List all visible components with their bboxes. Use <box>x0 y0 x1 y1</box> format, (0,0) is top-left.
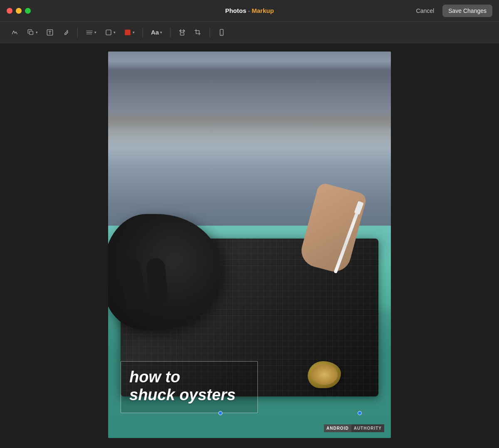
color-icon <box>124 29 131 36</box>
overlay-line1: how to <box>129 368 180 386</box>
flip-icon <box>178 29 186 36</box>
svg-rect-6 <box>125 30 131 35</box>
cancel-button[interactable]: Cancel <box>412 5 439 17</box>
svg-rect-5 <box>106 30 111 35</box>
line-style-chevron: ▾ <box>94 30 96 34</box>
photo-background: how to shuck oysters ANDROID AUTHORITY <box>108 52 391 438</box>
divider-2 <box>143 27 143 37</box>
divider-4 <box>210 27 210 37</box>
text-icon <box>46 29 54 36</box>
svg-rect-7 <box>180 32 184 35</box>
pen-icon <box>62 29 69 36</box>
markup-toolbar: ▾ ▾ ▾ ▾ <box>0 22 499 43</box>
title-separator: - <box>248 7 250 14</box>
font-label: Aa <box>151 29 159 36</box>
line-style-tool[interactable]: ▾ <box>83 27 99 38</box>
svg-rect-0 <box>30 31 33 34</box>
color-chevron: ▾ <box>133 30 135 34</box>
title-photos: Photos <box>225 7 246 14</box>
overlay-line2: shuck oysters <box>129 386 236 404</box>
oyster-shell <box>308 361 341 388</box>
glove-arm <box>108 214 220 330</box>
maximize-button[interactable] <box>25 8 31 14</box>
control-dot-bottom-right[interactable] <box>358 411 362 415</box>
watermark-authority: AUTHORITY <box>351 424 384 432</box>
flip-tool[interactable] <box>175 27 189 38</box>
save-changes-button[interactable]: Save Changes <box>442 5 492 17</box>
overlay-text-content: how to shuck oysters <box>129 368 249 404</box>
shapes-chevron: ▾ <box>36 30 38 34</box>
crop-tool[interactable] <box>191 27 205 38</box>
close-button[interactable] <box>7 8 12 14</box>
crop-icon <box>194 29 202 36</box>
titlebar-actions: Cancel Save Changes <box>412 5 492 17</box>
line-style-icon <box>86 29 93 36</box>
window-title: Photos - Markup <box>225 7 274 14</box>
shape-style-tool[interactable]: ▾ <box>102 27 119 38</box>
sketch-icon <box>11 29 19 36</box>
glove-fingers <box>108 258 214 350</box>
draw-tool[interactable] <box>59 27 72 38</box>
device-tool[interactable] <box>215 27 228 38</box>
shape-chevron: ▾ <box>114 30 116 34</box>
text-overlay-box[interactable]: how to shuck oysters <box>121 361 258 413</box>
watermark-android: ANDROID <box>324 424 351 432</box>
titlebar: Photos - Markup Cancel Save Changes <box>0 0 499 22</box>
photo-canvas[interactable]: how to shuck oysters ANDROID AUTHORITY <box>108 52 391 438</box>
svg-point-9 <box>222 34 222 34</box>
copy-icon <box>27 29 35 36</box>
window-controls <box>7 8 31 14</box>
divider-1 <box>77 27 78 37</box>
device-icon <box>218 29 225 36</box>
minimize-button[interactable] <box>16 8 22 14</box>
color-tool[interactable]: ▾ <box>121 27 138 38</box>
sketch-tool[interactable] <box>8 27 22 38</box>
text-tool[interactable] <box>43 27 57 38</box>
canvas-area: how to shuck oysters ANDROID AUTHORITY <box>0 43 499 448</box>
divider-3 <box>170 27 170 37</box>
control-dot-bottom-left[interactable] <box>218 411 222 415</box>
shapes-copy-tool[interactable]: ▾ <box>24 27 41 38</box>
font-chevron: ▾ <box>160 30 162 34</box>
shape-style-icon <box>105 29 112 36</box>
font-tool[interactable]: Aa ▾ <box>148 27 165 38</box>
watermark: ANDROID AUTHORITY <box>324 424 384 432</box>
title-markup: Markup <box>252 7 274 14</box>
